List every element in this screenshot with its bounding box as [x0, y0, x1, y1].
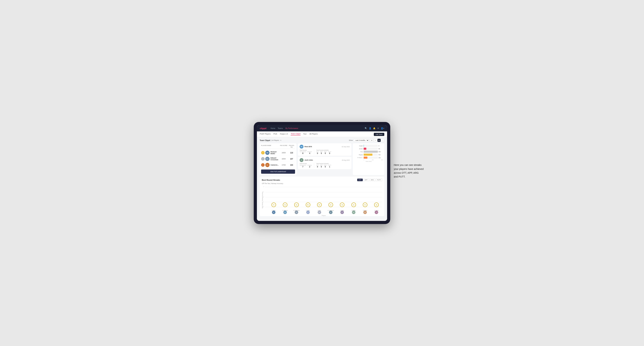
streak-bubble-9: 3x [374, 202, 379, 207]
main-grid: PLAYER NAME PB SCORE PB AVG SQ ♥ RB Rich… [260, 143, 384, 175]
bar-fill-pars [364, 151, 378, 153]
tournament-label: Tournament [300, 151, 306, 152]
annotation-text: Here you can see streaks your players ha… [394, 164, 424, 178]
streak-chart: Best Streak, Fairway Accuracy 7 5 3 2 0 [262, 186, 382, 214]
bar-value-birdies: 96 [378, 148, 383, 149]
sub-nav: PGAT Players PGA Hcaps 1-5 Team Clippd T… [257, 131, 387, 137]
nav-home[interactable]: Home [270, 127, 275, 129]
add-team-button[interactable]: Add Team [374, 133, 384, 136]
lb-header: PLAYER NAME PB SCORE PB AVG SQ [261, 145, 295, 149]
logo: clippd [260, 127, 266, 130]
subnav-pgat[interactable]: PGAT Players [260, 133, 270, 135]
list-view-btn[interactable]: ≡ [374, 139, 377, 142]
bar-label-bogeys: Bogeys [354, 154, 363, 155]
streak-avatars: EEBMDBJCRBECDFMMRBCQ [268, 211, 382, 214]
streak-bubble-1: 6x [283, 202, 287, 207]
player-avatar-8: RB [363, 211, 367, 214]
bar-eagles: Eagles 3 [354, 145, 383, 147]
tab-ott[interactable]: OTT [357, 178, 363, 181]
period-select[interactable]: Last 3 months [354, 139, 369, 142]
sub-nav-right: Add Team [374, 133, 384, 136]
team-count: | 14 Players [271, 140, 279, 141]
axis-200: 200 [372, 159, 374, 161]
col-pb-score: PB SCORE [279, 145, 288, 148]
tab-arg[interactable]: ARG [370, 178, 375, 181]
player-avatar-0: EE [272, 211, 276, 214]
search-icon[interactable]: 🔍 [365, 127, 367, 130]
streaks-tabs: OTT APP ARG PUTT [357, 178, 382, 181]
pc-header: RB Rees Britt 02 Sep 2023 [300, 145, 350, 149]
practice-value-1: 4 [308, 152, 312, 154]
player-card-date-2: 26 Aug 2023 [342, 159, 350, 161]
player-card-name-1: Rees Britt [304, 146, 312, 148]
nav-links: Home Teams My Performance [270, 127, 362, 129]
arg-value-1: 0 [324, 152, 326, 154]
streak-bubble-4: 5x [317, 202, 322, 207]
bar-label-birdies: Birdies [354, 148, 363, 149]
subnav-hcaps[interactable]: Hcaps 1-5 [280, 133, 288, 135]
avatar-ec: EC [265, 157, 270, 161]
player-card-rees-britt: RB Rees Britt 02 Sep 2023 Total Rounds T… [298, 143, 352, 156]
subnav-pga[interactable]: PGA [273, 133, 277, 135]
avatar-cc: CC [265, 163, 270, 167]
axis-400: 400 [381, 159, 383, 161]
streak-col-6: 4x [336, 202, 348, 207]
streak-bubble-0: 7x [272, 202, 276, 207]
streaks-header: Best Round Streaks OTT APP ARG PUTT [262, 178, 382, 181]
practice-activities-group: Total Practice Activities OTT 0 APP [316, 150, 331, 154]
player-avatar-3: JC [306, 211, 310, 214]
app-value-2: 0 [320, 166, 322, 168]
avatar-josh-coles: JC [300, 158, 304, 162]
user-icon[interactable]: 👤 [369, 127, 371, 130]
avatar-rees-britt: RB [300, 145, 304, 149]
rank-badge-1: ♥ [261, 151, 264, 155]
streak-col-7: 4x [348, 202, 359, 207]
chart-body: 7 5 3 2 0 7x6x6x5x5x4x4x4x3x3x [265, 186, 382, 214]
tab-putt[interactable]: PUTT [376, 178, 382, 181]
streak-col-3: 5x [302, 202, 314, 207]
axis-0: 0 [364, 159, 364, 161]
streak-bubble-2: 6x [294, 202, 299, 207]
pc-stats-1: Total Rounds Tournament 8 Practice [300, 150, 350, 154]
streak-col-8: 3x [359, 202, 371, 207]
player-avg-2: 107 [288, 158, 295, 160]
subnav-all-players[interactable]: All Players [310, 133, 318, 135]
player-name-1: Richard Butler [270, 151, 279, 155]
player-score-1: 19/20 [279, 152, 288, 154]
nav-my-performance[interactable]: My Performance [285, 127, 298, 129]
col-pb-avg: PB AVG SQ [288, 145, 295, 148]
streak-bubble-3: 5x [306, 202, 310, 207]
bar-bogeys: Bogeys 311 [354, 154, 383, 156]
pc-header-2: JC Josh Coles 26 Aug 2023 [300, 158, 350, 162]
streak-columns: 7x6x6x5x5x4x4x4x3x3x [268, 187, 382, 207]
main-content: Team Clippd | 14 Players ✏ Show Last 3 m… [257, 137, 387, 221]
nav-teams[interactable]: Teams [278, 127, 283, 129]
view-full-leaderboard-button[interactable]: View Full Leaderboard [261, 170, 295, 174]
streak-col-9: 3x [371, 202, 382, 207]
export-btn[interactable]: ↓ [381, 139, 384, 142]
player-avatar-4: RB [318, 211, 321, 214]
subnav-tour[interactable]: Tour [303, 133, 306, 135]
total-practice-label: Total Practice Activities [316, 150, 331, 151]
streak-col-5: 4x [325, 202, 336, 207]
bar-fill-birdies [364, 148, 366, 150]
bar-value-bogeys: 311 [378, 154, 383, 155]
bar-label-eagles: Eagles [354, 145, 363, 147]
streaks-title: Best Round Streaks [262, 179, 280, 181]
bar-value-eagles: 3 [378, 145, 383, 147]
table-row: ♥ CC Cameron... 17/20 103 [261, 162, 295, 168]
bell-icon[interactable]: 🔔 [373, 127, 376, 130]
streak-col-4: 5x [314, 202, 325, 207]
profile-icon[interactable]: 👤▾ [381, 127, 384, 130]
bar-label-dbogeys: D. Bogeys + [354, 157, 363, 158]
bar-fill-bogeys [364, 154, 372, 156]
tab-app[interactable]: APP [363, 178, 369, 181]
settings-icon[interactable]: ⚙ [377, 127, 379, 130]
player-avatar-6: DF [340, 211, 344, 214]
subnav-team-clippd[interactable]: Team Clippd [291, 133, 300, 135]
grid-view-btn[interactable]: ⊞ [370, 139, 373, 142]
tournament-value-1: 8 [300, 152, 306, 154]
card-view-btn[interactable]: ▤ [378, 139, 380, 142]
streaks-section: Best Round Streaks OTT APP ARG PUTT Off … [260, 176, 384, 216]
edit-icon[interactable]: ✏ [280, 140, 282, 141]
